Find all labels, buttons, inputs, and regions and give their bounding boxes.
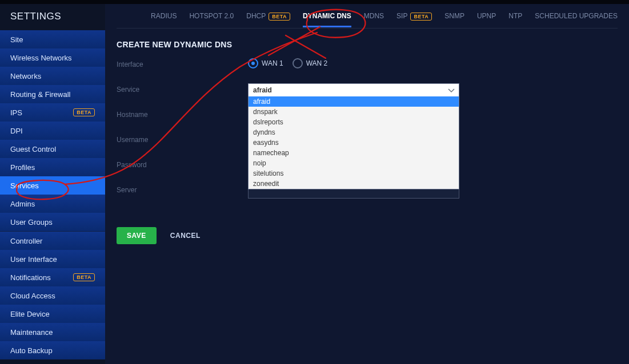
- tab-mdns[interactable]: MDNS: [364, 5, 384, 27]
- sidebar-item-wireless-networks[interactable]: Wireless Networks: [0, 48, 105, 67]
- tab-scheduled-upgrades[interactable]: SCHEDULED UPGRADES: [535, 5, 618, 27]
- dynamic-dns-form: Interface WAN 1 WAN 2 Service: [117, 58, 618, 199]
- tab-label: HOTSPOT 2.0: [189, 12, 234, 20]
- sidebar-item-label: Maintenance: [10, 328, 53, 337]
- beta-badge: BETA: [73, 108, 95, 116]
- service-options-list: afraiddnsparkdslreportsdyndnseasydnsname…: [248, 96, 459, 189]
- form-actions: SAVE CANCEL: [117, 227, 618, 244]
- label-hostname: Hostname: [117, 108, 248, 119]
- tab-label: UPNP: [477, 12, 496, 20]
- sidebar-item-site[interactable]: Site: [0, 30, 105, 48]
- sidebar-item-label: Services: [10, 181, 39, 190]
- tab-label: SIP: [396, 12, 407, 20]
- settings-sidebar: SETTINGS SiteWireless NetworksNetworksRo…: [0, 4, 105, 364]
- sidebar-list: SiteWireless NetworksNetworksRouting & F…: [0, 30, 105, 359]
- service-option-noip[interactable]: noip: [249, 158, 459, 168]
- sidebar-item-dpi[interactable]: DPI: [0, 122, 105, 140]
- service-option-afraid[interactable]: afraid: [249, 96, 459, 107]
- radio-wan2[interactable]: WAN 2: [293, 58, 328, 68]
- tab-dynamic-dns[interactable]: DYNAMIC DNS: [303, 5, 351, 27]
- service-select-head[interactable]: afraid: [248, 83, 459, 97]
- sidebar-item-label: DPI: [10, 127, 23, 135]
- label-server: Server: [117, 184, 248, 194]
- service-selected-value: afraid: [253, 86, 272, 94]
- sidebar-item-label: Networks: [10, 72, 41, 80]
- radio-dot-icon: [293, 58, 303, 68]
- service-option-sitelutions[interactable]: sitelutions: [249, 168, 459, 179]
- window-topbar: [0, 0, 629, 4]
- sidebar-item-label: Site: [10, 35, 23, 44]
- tab-label: NTP: [508, 12, 522, 20]
- service-select[interactable]: afraid afraiddnsparkdslreportsdyndnseasy…: [248, 83, 459, 97]
- sidebar-item-controller[interactable]: Controller: [0, 232, 105, 250]
- cancel-button[interactable]: CANCEL: [170, 232, 201, 240]
- sidebar-item-label: Guest Control: [10, 145, 56, 153]
- label-username: Username: [117, 134, 248, 144]
- sidebar-item-user-interface[interactable]: User Interface: [0, 250, 105, 268]
- sidebar-heading: SETTINGS: [0, 4, 105, 30]
- radio-dot-icon: [248, 58, 258, 68]
- sidebar-item-label: Auto Backup: [10, 346, 53, 355]
- tab-label: MDNS: [364, 12, 384, 20]
- label-password: Password: [117, 159, 248, 169]
- service-option-dnspark[interactable]: dnspark: [249, 107, 459, 117]
- sidebar-item-label: Profiles: [10, 163, 35, 172]
- services-tabs: RADIUSHOTSPOT 2.0DHCPBETADYNAMIC DNSMDNS…: [117, 4, 618, 29]
- tab-ntp[interactable]: NTP: [508, 5, 522, 27]
- service-option-zoneedit[interactable]: zoneedit: [249, 179, 459, 189]
- sidebar-item-routing-firewall[interactable]: Routing & Firewall: [0, 85, 105, 103]
- tab-label: SNMP: [444, 12, 464, 20]
- tab-label: RADIUS: [151, 12, 177, 20]
- service-option-namecheap[interactable]: namecheap: [249, 148, 459, 158]
- radio-wan1[interactable]: WAN 1: [248, 58, 283, 68]
- sidebar-item-elite-device[interactable]: Elite Device: [0, 305, 105, 323]
- sidebar-item-profiles[interactable]: Profiles: [0, 158, 105, 176]
- sidebar-item-notifications[interactable]: NotificationsBETA: [0, 268, 105, 286]
- radio-wan2-label: WAN 2: [306, 59, 328, 67]
- tab-label: DHCP: [246, 12, 266, 20]
- tab-dhcp[interactable]: DHCPBETA: [246, 5, 290, 27]
- sidebar-item-label: Elite Device: [10, 310, 50, 318]
- sidebar-item-label: User Groups: [10, 218, 53, 227]
- tab-snmp[interactable]: SNMP: [444, 5, 464, 27]
- beta-badge: BETA: [73, 273, 95, 281]
- service-option-dyndns[interactable]: dyndns: [249, 127, 459, 137]
- chevron-down-icon: [447, 87, 455, 94]
- beta-badge: BETA: [410, 13, 432, 21]
- label-interface: Interface: [117, 58, 248, 68]
- sidebar-item-admins[interactable]: Admins: [0, 195, 105, 213]
- label-service: Service: [117, 83, 248, 94]
- service-option-easydns[interactable]: easydns: [249, 137, 459, 148]
- main-panel: RADIUSHOTSPOT 2.0DHCPBETADYNAMIC DNSMDNS…: [105, 4, 629, 364]
- tab-hotspot-2-0[interactable]: HOTSPOT 2.0: [189, 5, 234, 27]
- row-interface: Interface WAN 1 WAN 2: [117, 58, 618, 73]
- sidebar-item-label: User Interface: [10, 255, 57, 264]
- sidebar-item-label: Admins: [10, 200, 35, 208]
- row-service: Service afraid afraiddnsparkdslreportsdy…: [117, 83, 618, 98]
- sidebar-item-label: IPS: [10, 108, 22, 117]
- sidebar-item-user-groups[interactable]: User Groups: [0, 213, 105, 231]
- tab-upnp[interactable]: UPNP: [477, 5, 496, 27]
- section-title: CREATE NEW DYNAMIC DNS: [117, 40, 618, 49]
- sidebar-item-cloud-access[interactable]: Cloud Access: [0, 286, 105, 305]
- sidebar-item-auto-backup[interactable]: Auto Backup: [0, 341, 105, 359]
- tab-label: SCHEDULED UPGRADES: [535, 12, 618, 20]
- beta-badge: BETA: [269, 13, 290, 21]
- radio-wan1-label: WAN 1: [262, 59, 283, 67]
- sidebar-item-label: Routing & Firewall: [10, 90, 71, 99]
- tab-radius[interactable]: RADIUS: [151, 5, 177, 27]
- sidebar-item-guest-control[interactable]: Guest Control: [0, 140, 105, 158]
- tab-sip[interactable]: SIPBETA: [396, 5, 432, 27]
- sidebar-item-ips[interactable]: IPSBETA: [0, 103, 105, 122]
- sidebar-item-maintenance[interactable]: Maintenance: [0, 323, 105, 341]
- sidebar-item-networks[interactable]: Networks: [0, 67, 105, 85]
- save-button[interactable]: SAVE: [117, 227, 157, 244]
- service-option-dslreports[interactable]: dslreports: [249, 117, 459, 127]
- sidebar-item-label: Controller: [10, 237, 42, 245]
- sidebar-item-label: Cloud Access: [10, 292, 55, 300]
- sidebar-item-label: Wireless Networks: [10, 54, 72, 62]
- sidebar-item-services[interactable]: Services: [0, 176, 105, 195]
- sidebar-item-label: Notifications: [10, 273, 51, 282]
- tab-label: DYNAMIC DNS: [303, 12, 351, 20]
